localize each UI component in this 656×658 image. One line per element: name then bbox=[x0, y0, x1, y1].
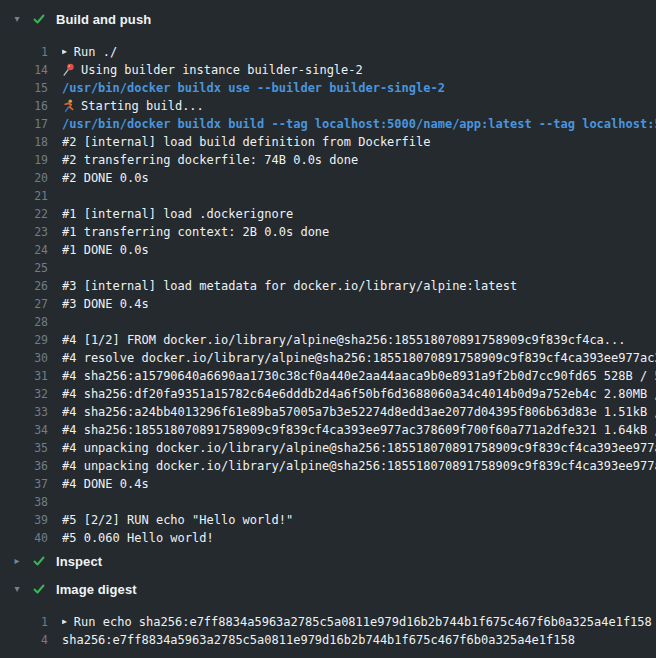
line-number[interactable]: 30 bbox=[0, 349, 48, 367]
line-content: #2 DONE 0.0s bbox=[62, 169, 656, 187]
line-content: #3 DONE 0.4s bbox=[62, 295, 656, 313]
line-number[interactable]: 35 bbox=[0, 439, 48, 457]
line-number[interactable]: 38 bbox=[0, 493, 48, 511]
line-content: #4 resolve docker.io/library/alpine@sha2… bbox=[62, 349, 656, 367]
line-number[interactable]: 20 bbox=[0, 169, 48, 187]
success-check-icon bbox=[32, 582, 46, 596]
log-line: 22#1 [internal] load .dockerignore bbox=[0, 205, 656, 223]
line-content: #3 [internal] load metadata for docker.i… bbox=[62, 277, 656, 295]
log-line: 19#2 transferring dockerfile: 74B 0.0s d… bbox=[0, 151, 656, 169]
line-number[interactable]: 4 bbox=[0, 631, 48, 649]
line-number[interactable]: 15 bbox=[0, 79, 48, 97]
line-content: #1 transferring context: 2B 0.0s done bbox=[62, 223, 656, 241]
chevron-right-icon: ▸ bbox=[10, 556, 24, 566]
line-content: Starting build... bbox=[62, 97, 656, 115]
line-number[interactable]: 27 bbox=[0, 295, 48, 313]
section-log-body: 1▶Run ./14Using builder instance builder… bbox=[0, 43, 656, 547]
line-number[interactable]: 17 bbox=[0, 115, 48, 133]
log-line: 33#4 sha256:a24bb4013296f61e89ba57005a7b… bbox=[0, 403, 656, 421]
line-number[interactable]: 14 bbox=[0, 61, 48, 79]
play-expand-icon: ▶ bbox=[62, 613, 67, 631]
log-line: 40#5 0.060 Hello world! bbox=[0, 529, 656, 547]
line-number[interactable]: 23 bbox=[0, 223, 48, 241]
line-number[interactable]: 21 bbox=[0, 187, 48, 205]
log-line: 30#4 resolve docker.io/library/alpine@sh… bbox=[0, 349, 656, 367]
line-number[interactable]: 16 bbox=[0, 97, 48, 115]
log-section-build-and-push: ▾Build and push1▶Run ./14Using builder i… bbox=[0, 5, 656, 547]
section-title: Build and push bbox=[56, 12, 151, 27]
line-content: Using builder instance builder-single-2 bbox=[62, 61, 656, 79]
line-number[interactable]: 37 bbox=[0, 475, 48, 493]
line-content: /usr/bin/docker buildx build --tag local… bbox=[62, 115, 656, 133]
log-line: 25 bbox=[0, 259, 656, 277]
section-title: Image digest bbox=[56, 582, 137, 597]
log-line: 1▶Run echo sha256:e7ff8834a5963a2785c5a0… bbox=[0, 613, 656, 631]
pushpin-icon bbox=[62, 63, 75, 76]
log-line: 37#4 DONE 0.4s bbox=[0, 475, 656, 493]
log-section-inspect: ▸Inspect bbox=[0, 547, 656, 575]
line-content: #4 DONE 0.4s bbox=[62, 475, 656, 493]
log-line: 26#3 [internal] load metadata for docker… bbox=[0, 277, 656, 295]
runner-icon bbox=[62, 99, 75, 112]
line-content: #4 unpacking docker.io/library/alpine@sh… bbox=[62, 457, 656, 475]
log-line: 29#4 [1/2] FROM docker.io/library/alpine… bbox=[0, 331, 656, 349]
line-number[interactable]: 19 bbox=[0, 151, 48, 169]
log-line: 1▶Run ./ bbox=[0, 43, 656, 61]
log-line: 14Using builder instance builder-single-… bbox=[0, 61, 656, 79]
line-content: #2 transferring dockerfile: 74B 0.0s don… bbox=[62, 151, 656, 169]
line-content: #1 [internal] load .dockerignore bbox=[62, 205, 656, 223]
line-number[interactable]: 18 bbox=[0, 133, 48, 151]
line-content: #4 sha256:185518070891758909c9f839cf4ca3… bbox=[62, 421, 656, 439]
log-line: 35#4 unpacking docker.io/library/alpine@… bbox=[0, 439, 656, 457]
line-content bbox=[62, 313, 656, 331]
success-check-icon bbox=[32, 12, 46, 26]
line-number[interactable]: 34 bbox=[0, 421, 48, 439]
play-expand-icon: ▶ bbox=[62, 43, 67, 61]
line-content bbox=[62, 493, 656, 511]
success-check-icon bbox=[32, 554, 46, 568]
line-number[interactable]: 1 bbox=[0, 43, 48, 61]
log-group-toggle-line[interactable]: ▶Run ./ bbox=[62, 43, 656, 61]
section-title: Inspect bbox=[56, 554, 102, 569]
section-header-inspect[interactable]: ▸Inspect bbox=[0, 547, 656, 575]
section-header-build-and-push[interactable]: ▾Build and push bbox=[0, 5, 656, 33]
line-number[interactable]: 29 bbox=[0, 331, 48, 349]
line-number[interactable]: 25 bbox=[0, 259, 48, 277]
log-line: 16Starting build... bbox=[0, 97, 656, 115]
log-group-toggle-line[interactable]: ▶Run echo sha256:e7ff8834a5963a2785c5a08… bbox=[62, 613, 656, 631]
log-line: 24#1 DONE 0.0s bbox=[0, 241, 656, 259]
line-number[interactable]: 32 bbox=[0, 385, 48, 403]
line-content: #4 sha256:a24bb4013296f61e89ba57005a7b3e… bbox=[62, 403, 656, 421]
chevron-down-icon: ▾ bbox=[10, 584, 24, 594]
line-content bbox=[62, 259, 656, 277]
log-line: 15/usr/bin/docker buildx use --builder b… bbox=[0, 79, 656, 97]
workflow-log-viewer: ▾Build and push1▶Run ./14Using builder i… bbox=[0, 0, 656, 658]
line-content: #4 [1/2] FROM docker.io/library/alpine@s… bbox=[62, 331, 656, 349]
log-line: 31#4 sha256:a15790640a6690aa1730c38cf0a4… bbox=[0, 367, 656, 385]
line-number[interactable]: 40 bbox=[0, 529, 48, 547]
line-content: #4 unpacking docker.io/library/alpine@sh… bbox=[62, 439, 656, 457]
log-line: 36#4 unpacking docker.io/library/alpine@… bbox=[0, 457, 656, 475]
line-number[interactable]: 39 bbox=[0, 511, 48, 529]
line-number[interactable]: 24 bbox=[0, 241, 48, 259]
line-number[interactable]: 22 bbox=[0, 205, 48, 223]
line-number[interactable]: 31 bbox=[0, 367, 48, 385]
line-number[interactable]: 33 bbox=[0, 403, 48, 421]
line-content: #4 sha256:df20fa9351a15782c64e6dddb2d4a6… bbox=[62, 385, 656, 403]
line-content bbox=[62, 187, 656, 205]
section-header-image-digest[interactable]: ▾Image digest bbox=[0, 575, 656, 603]
line-number[interactable]: 36 bbox=[0, 457, 48, 475]
line-content: #5 [2/2] RUN echo "Hello world!" bbox=[62, 511, 656, 529]
log-line: 38 bbox=[0, 493, 656, 511]
log-line: 20#2 DONE 0.0s bbox=[0, 169, 656, 187]
line-content: #4 sha256:a15790640a6690aa1730c38cf0a440… bbox=[62, 367, 656, 385]
section-log-body: 1▶Run echo sha256:e7ff8834a5963a2785c5a0… bbox=[0, 613, 656, 649]
log-line: 4sha256:e7ff8834a5963a2785c5a0811e979d16… bbox=[0, 631, 656, 649]
line-number[interactable]: 26 bbox=[0, 277, 48, 295]
line-number[interactable]: 28 bbox=[0, 313, 48, 331]
line-content: #5 0.060 Hello world! bbox=[62, 529, 656, 547]
log-section-image-digest: ▾Image digest1▶Run echo sha256:e7ff8834a… bbox=[0, 575, 656, 649]
line-number[interactable]: 1 bbox=[0, 613, 48, 631]
log-line: 18#2 [internal] load build definition fr… bbox=[0, 133, 656, 151]
log-line: 21 bbox=[0, 187, 656, 205]
